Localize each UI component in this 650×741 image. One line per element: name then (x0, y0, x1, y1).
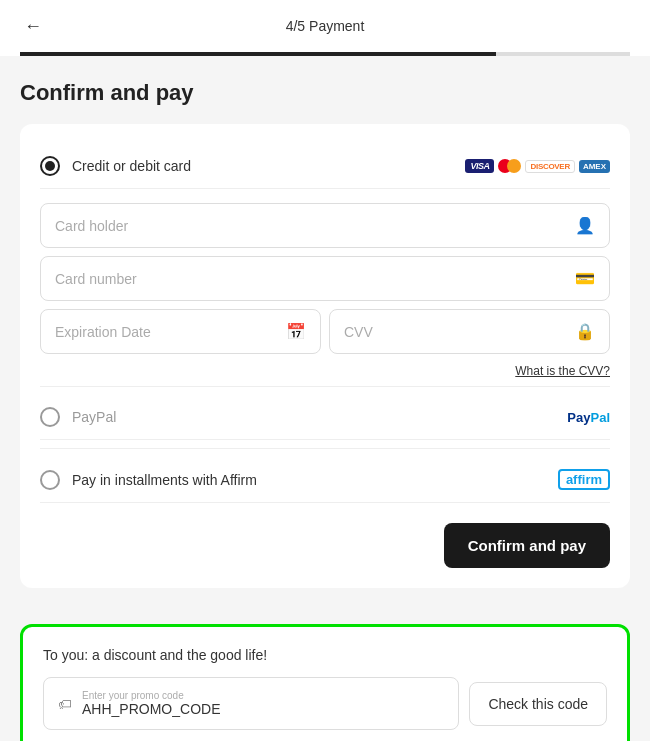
affirm-logo: affirm (558, 469, 610, 490)
lock-icon: 🔒 (575, 322, 595, 341)
confirm-btn-row: Confirm and pay (40, 523, 610, 568)
payment-option-paypal[interactable]: PayPal PayPal (40, 395, 610, 440)
paypal-option-label: PayPal (72, 409, 567, 425)
person-icon: 👤 (575, 216, 595, 235)
progress-fill (20, 52, 496, 56)
header-title: 4/5 Payment (286, 18, 365, 34)
card-fields: 👤 💳 📅 🔒 What is the CVV? (40, 203, 610, 378)
promo-input-label: Enter your promo code (82, 690, 220, 701)
promo-input-row: 🏷 Enter your promo code AHH_PROMO_CODE C… (43, 677, 607, 730)
cardholder-field-wrap: 👤 (40, 203, 610, 248)
divider-2 (40, 448, 610, 449)
promo-icon: 🏷 (58, 696, 72, 712)
promo-input-wrap: 🏷 Enter your promo code AHH_PROMO_CODE (43, 677, 459, 730)
radio-affirm (40, 470, 60, 490)
card-icon: 💳 (575, 269, 595, 288)
cvv-field-wrap: 🔒 (329, 309, 610, 354)
affirm-logo-wrap: affirm (558, 469, 610, 490)
mastercard-logo (498, 159, 521, 173)
card-option-label: Credit or debit card (72, 158, 465, 174)
cvv-help-link[interactable]: What is the CVV? (515, 364, 610, 378)
page-title: Confirm and pay (20, 80, 630, 106)
radio-outer-card (40, 156, 60, 176)
expiry-input[interactable] (55, 324, 278, 340)
cvv-help-row: What is the CVV? (40, 364, 610, 378)
affirm-option-label: Pay in installments with Affirm (72, 472, 558, 488)
radio-outer-affirm (40, 470, 60, 490)
back-button[interactable]: ← (20, 12, 46, 41)
confirm-pay-button[interactable]: Confirm and pay (444, 523, 610, 568)
promo-section: To you: a discount and the good life! 🏷 … (20, 624, 630, 741)
radio-outer-paypal (40, 407, 60, 427)
paypal-logo-wrap: PayPal (567, 410, 610, 425)
card-number-field-wrap: 💳 (40, 256, 610, 301)
promo-code-value[interactable]: AHH_PROMO_CODE (82, 701, 220, 717)
amex-logo: AMEX (579, 160, 610, 173)
header: ← 4/5 Payment (0, 0, 650, 52)
card-logos: VISA DISCOVER AMEX (465, 159, 610, 173)
payment-card: Credit or debit card VISA DISCOVER AMEX … (20, 124, 630, 588)
visa-logo: VISA (465, 159, 494, 173)
expiry-field-wrap: 📅 (40, 309, 321, 354)
cvv-input[interactable] (344, 324, 567, 340)
calendar-icon: 📅 (286, 322, 306, 341)
promo-title: To you: a discount and the good life! (43, 647, 607, 663)
paypal-logo: PayPal (567, 410, 610, 425)
payment-option-affirm[interactable]: Pay in installments with Affirm affirm (40, 457, 610, 503)
cardholder-input[interactable] (55, 218, 567, 234)
radio-paypal (40, 407, 60, 427)
progress-bar (0, 52, 650, 56)
main-content: Confirm and pay Credit or debit card VIS… (0, 56, 650, 624)
promo-input-inner: Enter your promo code AHH_PROMO_CODE (82, 690, 220, 717)
discover-logo: DISCOVER (525, 160, 574, 173)
card-number-input[interactable] (55, 271, 567, 287)
expiry-cvv-row: 📅 🔒 (40, 309, 610, 354)
check-code-button[interactable]: Check this code (469, 682, 607, 726)
payment-option-card[interactable]: Credit or debit card VISA DISCOVER AMEX (40, 144, 610, 189)
divider-1 (40, 386, 610, 387)
radio-card (40, 156, 60, 176)
progress-rest (496, 52, 630, 56)
radio-inner-card (45, 161, 55, 171)
